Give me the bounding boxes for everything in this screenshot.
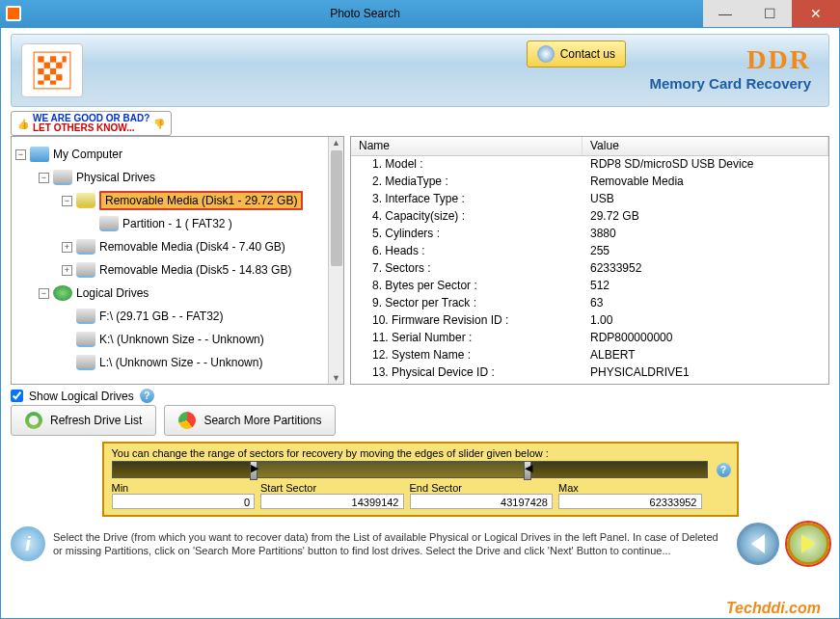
scroll-thumb[interactable] — [331, 150, 342, 266]
detail-row[interactable]: 11. Serial Number :RDP800000000 — [351, 330, 828, 347]
detail-row[interactable]: 5. Cylinders :3880 — [351, 226, 828, 243]
toggle-icon[interactable]: + — [62, 242, 72, 253]
tree-node[interactable]: −Removable Media (Disk1 - 29.72 GB) — [15, 189, 324, 212]
brand-block: DDR Memory Card Recovery — [649, 44, 811, 92]
tree-label: K:\ (Unknown Size - - Unknown) — [99, 333, 264, 346]
tree-label: L:\ (Unknown Size - - Unknown) — [99, 356, 262, 369]
detail-key: 6. Heads : — [351, 243, 583, 260]
main-panels: −My Computer−Physical Drives−Removable M… — [11, 136, 829, 385]
scroll-down-icon[interactable]: ▼ — [332, 373, 340, 383]
next-button[interactable] — [787, 523, 829, 565]
brand-subtitle: Memory Card Recovery — [649, 75, 811, 92]
feedback-button[interactable]: 👍 WE ARE GOOD OR BAD? LET OTHERS KNOW...… — [11, 111, 172, 136]
detail-value: 63 — [583, 295, 828, 312]
tree-node[interactable]: K:\ (Unknown Size - - Unknown) — [15, 328, 324, 351]
detail-value: ALBERT — [583, 347, 828, 364]
slider-values: Min0 Start Sector14399142 End Sector4319… — [112, 482, 708, 509]
detail-row[interactable]: 2. MediaType :Removable Media — [351, 174, 828, 191]
toggle-icon[interactable]: + — [62, 265, 72, 276]
slider-help-icon[interactable]: ? — [717, 463, 731, 477]
detail-value: RDP800000000 — [583, 330, 828, 347]
col-value[interactable]: Value — [583, 137, 828, 155]
detail-key: 12. System Name : — [351, 347, 583, 364]
tree-node[interactable]: Partition - 1 ( FAT32 ) — [15, 212, 324, 235]
detail-row[interactable]: 4. Capacity(size) :29.72 GB — [351, 208, 828, 226]
svg-rect-2 — [50, 56, 56, 62]
tree-node[interactable]: +Removable Media (Disk5 - 14.83 GB) — [15, 258, 324, 282]
min-label: Min — [112, 482, 261, 494]
details-panel: Name Value 1. Model :RDP8 SD/microSD USB… — [350, 136, 829, 385]
tree-node[interactable]: +Removable Media (Disk4 - 7.40 GB) — [15, 235, 324, 258]
slider-track[interactable]: ▶ ◀ — [112, 461, 708, 478]
search-more-label: Search More Partitions — [203, 414, 321, 427]
detail-value: 29.72 GB — [583, 208, 828, 226]
toggle-icon[interactable]: − — [39, 173, 49, 183]
detail-row[interactable]: 3. Interface Type :USB — [351, 191, 828, 208]
detail-row[interactable]: 13. Physical Device ID :PHYSICALDRIVE1 — [351, 364, 828, 382]
arrow-left-icon — [751, 534, 765, 553]
detail-row[interactable]: 1. Model :RDP8 SD/microSD USB Device — [351, 156, 828, 174]
detail-row[interactable]: 10. Firmware Revision ID :1.00 — [351, 312, 828, 330]
toggle-icon[interactable]: − — [62, 196, 72, 206]
svg-rect-10 — [38, 81, 43, 85]
tree-node[interactable]: −Logical Drives — [15, 282, 324, 305]
main-content: −My Computer−Physical Drives−Removable M… — [1, 136, 839, 523]
tree-node[interactable]: F:\ (29.71 GB - - FAT32) — [15, 305, 324, 328]
max-label: Max — [558, 482, 708, 494]
header-banner: Contact us DDR Memory Card Recovery — [11, 34, 829, 107]
start-value: 14399142 — [260, 494, 404, 509]
drive-icon — [76, 332, 95, 347]
svg-rect-9 — [56, 74, 62, 80]
computer-icon — [30, 147, 49, 162]
detail-key: 7. Sectors : — [351, 260, 583, 278]
tree-label: Removable Media (Disk1 - 29.72 GB) — [99, 191, 303, 210]
drive-icon — [76, 193, 95, 208]
drive-tree[interactable]: −My Computer−Physical Drives−Removable M… — [12, 137, 328, 384]
refresh-button[interactable]: Refresh Drive List — [11, 405, 156, 436]
detail-row[interactable]: 8. Bytes per Sector :512 — [351, 278, 828, 295]
show-logical-label: Show Logical Drives — [29, 390, 134, 403]
minimize-button[interactable]: — — [703, 0, 747, 27]
scroll-up-icon[interactable]: ▲ — [332, 138, 340, 148]
help-icon[interactable]: ? — [140, 389, 154, 403]
detail-value: 3880 — [583, 226, 828, 243]
detail-value: 255 — [583, 243, 828, 260]
detail-row[interactable]: 12. System Name :ALBERT — [351, 347, 828, 364]
slider-range — [250, 462, 525, 477]
detail-key: 11. Serial Number : — [351, 330, 583, 347]
toggle-icon[interactable]: − — [39, 288, 49, 299]
col-name[interactable]: Name — [351, 137, 583, 155]
tree-scrollbar[interactable]: ▲ ▼ — [328, 137, 343, 384]
tree-node[interactable]: L:\ (Unknown Size - - Unknown) — [15, 351, 324, 374]
contact-icon — [537, 45, 555, 63]
refresh-label: Refresh Drive List — [50, 414, 142, 427]
drive-tree-panel: −My Computer−Physical Drives−Removable M… — [11, 136, 344, 385]
contact-us-button[interactable]: Contact us — [527, 40, 626, 67]
arrow-right-icon — [801, 534, 815, 553]
slider-handle-end[interactable]: ◀ — [524, 461, 531, 480]
tree-node[interactable]: −My Computer — [15, 143, 324, 166]
detail-row[interactable]: 7. Sectors :62333952 — [351, 260, 828, 278]
maximize-button[interactable]: ☐ — [747, 0, 792, 27]
back-button[interactable] — [737, 523, 779, 565]
svg-rect-5 — [56, 63, 62, 68]
tree-label: F:\ (29.71 GB - - FAT32) — [99, 310, 223, 323]
action-buttons: Refresh Drive List Search More Partition… — [11, 405, 829, 436]
detail-value: 62333952 — [583, 260, 828, 278]
end-label: End Sector — [410, 482, 559, 494]
tree-label: Logical Drives — [76, 286, 149, 300]
close-button[interactable]: ✕ — [792, 0, 840, 27]
detail-row[interactable]: 9. Sector per Track :63 — [351, 295, 828, 312]
search-more-button[interactable]: Search More Partitions — [164, 405, 336, 436]
toggle-icon[interactable]: − — [15, 149, 26, 160]
globe-icon — [53, 285, 72, 301]
show-logical-checkbox[interactable] — [11, 390, 23, 402]
tree-node[interactable]: −Physical Drives — [15, 166, 324, 189]
min-value: 0 — [112, 494, 256, 509]
svg-rect-6 — [38, 68, 43, 74]
detail-row[interactable]: 6. Heads :255 — [351, 243, 828, 260]
slider-handle-start[interactable]: ▶ — [250, 461, 257, 480]
svg-rect-1 — [38, 56, 43, 62]
drive-icon — [76, 239, 95, 255]
sector-slider-box: You can change the range of sectors for … — [102, 442, 739, 517]
